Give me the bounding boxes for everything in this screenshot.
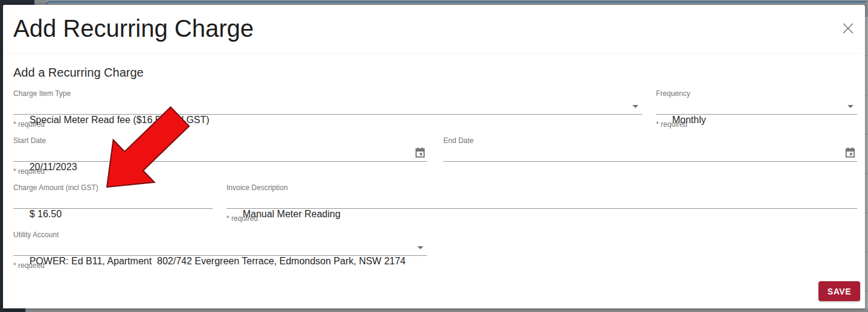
end-date-label: End Date [443,136,857,145]
invoice-description-field: Invoice Description Manual Meter Reading… [227,183,857,223]
chevron-down-icon[interactable] [417,246,423,249]
charge-amount-label: Charge Amount (incl GST) [13,183,213,192]
frequency-field: Frequency Monthly * required [656,89,857,129]
background-dark-header [0,0,34,5]
frequency-value: Monthly [672,115,706,125]
dialog-title: Add Recurring Charge [13,14,254,42]
charge-item-type-value: Special Meter Read fee ($16.50 Incl GST) [30,115,210,125]
start-date-input[interactable]: 20/11/2023 [13,145,427,162]
charge-amount-field: Charge Amount (incl GST) $ 16.50 [13,183,213,209]
utility-account-field: Utility Account POWER: Ed B11, Apartment… [13,231,427,270]
header-divider [6,53,862,54]
frequency-label: Frequency [656,89,857,98]
start-date-field: Start Date 20/11/2023 * required [13,136,427,176]
utility-account-select[interactable]: POWER: Ed B11, Apartment 802/742 Evergre… [13,239,427,256]
start-date-value: 20/11/2023 [30,162,77,172]
close-icon[interactable] [841,22,855,36]
background-gray-segment [34,0,45,5]
invoice-description-input[interactable]: Manual Meter Reading [227,192,857,209]
frequency-select[interactable]: Monthly [656,98,857,115]
end-date-field: End Date [443,136,857,162]
utility-account-label: Utility Account [13,231,427,239]
invoice-description-value: Manual Meter Reading [243,209,341,219]
charge-amount-input[interactable]: $ 16.50 [13,192,213,209]
save-button[interactable]: SAVE [818,281,860,301]
start-date-label: Start Date [13,136,427,145]
end-date-input[interactable] [443,145,857,162]
charge-item-type-select[interactable]: Special Meter Read fee ($16.50 Incl GST) [13,98,642,115]
utility-account-value: POWER: Ed B11, Apartment 802/742 Evergre… [30,256,406,266]
screen: Add Recurring Charge Add a Recurring Cha… [0,0,868,312]
charge-item-type-label: Charge Item Type [13,89,642,98]
background-page-bottom [0,308,868,312]
invoice-description-label: Invoice Description [227,183,857,192]
chevron-down-icon[interactable] [847,105,854,108]
background-dark-footer [0,308,25,312]
calendar-icon[interactable] [844,147,856,159]
calendar-icon[interactable] [414,147,426,159]
chevron-down-icon[interactable] [632,105,638,108]
background-page-top [0,0,868,5]
close-x-glyph [841,22,855,35]
charge-item-type-field: Charge Item Type Special Meter Read fee … [13,89,642,129]
charge-amount-value: $ 16.50 [30,209,62,219]
section-heading: Add a Recurring Charge [13,65,144,80]
